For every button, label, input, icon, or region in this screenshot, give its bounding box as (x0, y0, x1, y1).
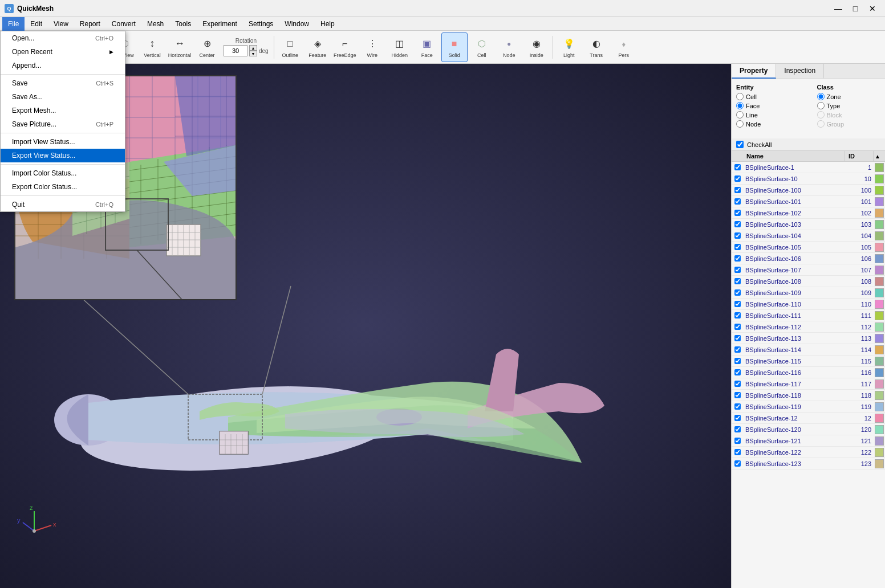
light-button[interactable]: Light (556, 32, 582, 62)
tab-inspection[interactable]: Inspection (776, 64, 824, 79)
tab-property[interactable]: Property (732, 64, 776, 79)
class-type-radio[interactable] (817, 102, 825, 109)
vertical-button[interactable]: Vertical (139, 32, 165, 62)
check-all-checkbox[interactable] (736, 141, 744, 148)
table-row[interactable]: BSplineSurface-122 122 (732, 447, 885, 458)
table-row[interactable]: BSplineSurface-12 12 (732, 413, 885, 424)
menu-report[interactable]: Report (74, 17, 106, 31)
table-row[interactable]: BSplineSurface-103 103 (732, 219, 885, 230)
row-checkbox[interactable] (734, 324, 741, 330)
table-row[interactable]: BSplineSurface-1 1 (732, 162, 885, 173)
row-checkbox[interactable] (734, 369, 741, 375)
menu-item-save-picture---[interactable]: Save Picture...Ctrl+P (1, 117, 125, 131)
entity-node-radio[interactable] (736, 120, 744, 128)
cell-button[interactable]: Cell (469, 32, 495, 62)
menu-file[interactable]: File (2, 17, 25, 31)
row-checkbox[interactable] (734, 403, 741, 410)
menu-item-append---[interactable]: Append... (1, 59, 125, 72)
menu-view[interactable]: View (48, 17, 74, 31)
table-row[interactable]: BSplineSurface-121 121 (732, 435, 885, 447)
table-row[interactable]: BSplineSurface-113 113 (732, 333, 885, 344)
row-checkbox[interactable] (734, 221, 741, 227)
menu-item-import-color-status---[interactable]: Import Color Status... (1, 166, 125, 180)
menu-help[interactable]: Help (315, 17, 340, 31)
table-row[interactable]: BSplineSurface-120 120 (732, 424, 885, 435)
entity-face-label[interactable]: Face (746, 103, 760, 109)
table-row[interactable]: BSplineSurface-105 105 (732, 242, 885, 253)
row-checkbox[interactable] (734, 232, 741, 239)
table-row[interactable]: BSplineSurface-101 101 (732, 196, 885, 207)
row-checkbox[interactable] (734, 449, 741, 455)
table-row[interactable]: BSplineSurface-115 115 (732, 356, 885, 367)
row-checkbox[interactable] (734, 381, 741, 387)
feature-button[interactable]: Feature (305, 32, 331, 62)
freeedge-button[interactable]: FreeEdge (332, 32, 358, 62)
entity-line-label[interactable]: Line (746, 112, 758, 119)
entity-line-radio[interactable] (736, 111, 744, 119)
entity-node-label[interactable]: Node (746, 121, 761, 128)
class-block-label[interactable]: Block (827, 112, 842, 119)
class-group-label[interactable]: Group (827, 121, 845, 128)
row-checkbox[interactable] (734, 346, 741, 353)
menu-mesh[interactable]: Mesh (141, 17, 169, 31)
entity-table[interactable]: Name ID ▲ BSplineSurface-1 1 BSplineSurf… (732, 151, 885, 588)
table-row[interactable]: BSplineSurface-109 109 (732, 287, 885, 299)
table-row[interactable]: BSplineSurface-118 118 (732, 390, 885, 401)
class-type-label[interactable]: Type (827, 103, 841, 109)
row-checkbox[interactable] (734, 415, 741, 421)
outline-button[interactable]: Outline (277, 32, 303, 62)
row-checkbox[interactable] (734, 267, 741, 273)
table-row[interactable]: BSplineSurface-106 106 (732, 253, 885, 264)
menu-window[interactable]: Window (279, 17, 315, 31)
face-button[interactable]: Face (414, 32, 440, 62)
menu-settings[interactable]: Settings (243, 17, 279, 31)
menu-item-open---[interactable]: Open...Ctrl+O (1, 31, 125, 45)
row-checkbox[interactable] (734, 438, 741, 444)
menu-experiment[interactable]: Experiment (197, 17, 243, 31)
row-checkbox[interactable] (734, 255, 741, 262)
menu-item-export-mesh---[interactable]: Export Mesh... (1, 104, 125, 117)
rotation-input[interactable] (224, 45, 247, 56)
menu-item-export-color-status---[interactable]: Export Color Status... (1, 180, 125, 194)
table-row[interactable]: BSplineSurface-112 112 (732, 321, 885, 333)
class-block-radio[interactable] (817, 111, 825, 119)
table-row[interactable]: BSplineSurface-123 123 (732, 458, 885, 469)
entity-cell-label[interactable]: Cell (746, 93, 757, 100)
table-row[interactable]: BSplineSurface-119 119 (732, 401, 885, 413)
menu-edit[interactable]: Edit (25, 17, 48, 31)
wire-button[interactable]: Wire (359, 32, 385, 62)
row-checkbox[interactable] (734, 198, 741, 205)
table-row[interactable]: BSplineSurface-110 110 (732, 299, 885, 310)
inside-button[interactable]: Inside (523, 32, 550, 62)
maximize-button[interactable]: □ (847, 1, 863, 17)
table-row[interactable]: BSplineSurface-102 102 (732, 207, 885, 219)
row-checkbox[interactable] (734, 358, 741, 364)
class-zone-radio[interactable] (817, 93, 825, 100)
table-row[interactable]: BSplineSurface-100 100 (732, 185, 885, 196)
menu-item-save[interactable]: SaveCtrl+S (1, 76, 125, 90)
table-row[interactable]: BSplineSurface-10 10 (732, 173, 885, 185)
table-row[interactable]: BSplineSurface-104 104 (732, 230, 885, 242)
table-row[interactable]: BSplineSurface-114 114 (732, 344, 885, 356)
entity-cell-radio[interactable] (736, 93, 744, 100)
row-checkbox[interactable] (734, 244, 741, 250)
table-row[interactable]: BSplineSurface-117 117 (732, 378, 885, 390)
minimize-button[interactable]: — (830, 1, 846, 17)
menu-item-import-view-status---[interactable]: Import View Status... (1, 135, 125, 149)
table-row[interactable]: BSplineSurface-111 111 (732, 310, 885, 321)
solid-button[interactable]: Solid (441, 32, 468, 62)
horizontal-button[interactable]: Horizontal (167, 32, 193, 62)
menu-convert[interactable]: Convert (106, 17, 141, 31)
row-checkbox[interactable] (734, 392, 741, 398)
row-checkbox[interactable] (734, 460, 741, 467)
close-button[interactable]: ✕ (864, 1, 880, 17)
center-button[interactable]: Center (194, 32, 220, 62)
row-checkbox[interactable] (734, 289, 741, 296)
table-row[interactable]: BSplineSurface-108 108 (732, 276, 885, 287)
menu-item-export-view-status---[interactable]: Export View Status... (1, 149, 125, 162)
row-checkbox[interactable] (734, 312, 741, 318)
row-checkbox[interactable] (734, 164, 741, 170)
class-group-radio[interactable] (817, 120, 825, 128)
row-checkbox[interactable] (734, 301, 741, 307)
row-checkbox[interactable] (734, 278, 741, 284)
